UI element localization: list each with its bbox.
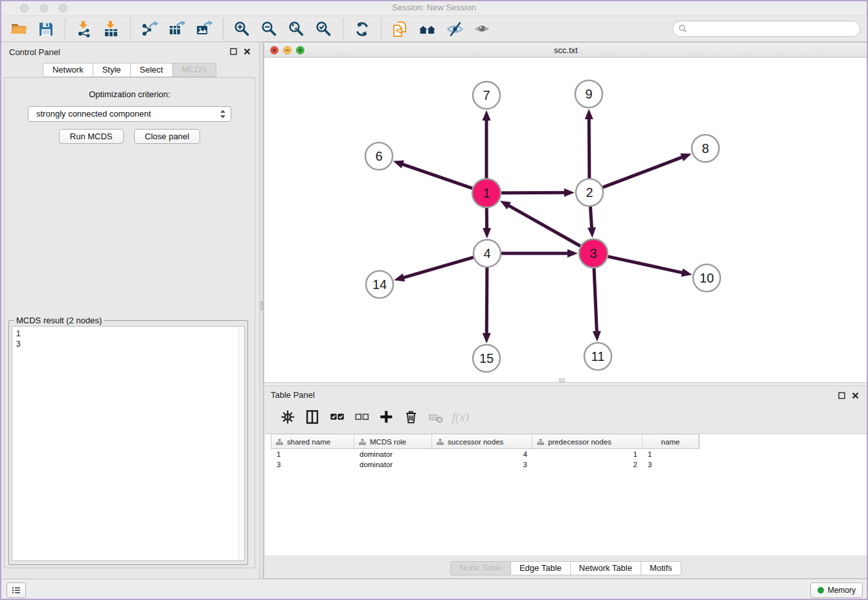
task-history-button[interactable] xyxy=(6,583,26,598)
table-cell[interactable]: 1 xyxy=(271,449,354,459)
canvas-resize-handle[interactable] xyxy=(559,378,565,382)
mcds-result-text[interactable]: 13 xyxy=(12,326,245,561)
table-cell[interactable]: dominator xyxy=(354,459,432,470)
app-titlebar: Session: New Session xyxy=(0,0,868,16)
column-settings-button[interactable] xyxy=(279,408,298,427)
float-panel-icon[interactable] xyxy=(229,47,238,56)
table-cell[interactable]: 1 xyxy=(532,449,643,459)
table-tabs: Node TableEdge TableNetwork TableMotifs xyxy=(264,561,867,575)
hide-selected-button[interactable] xyxy=(445,19,464,39)
export-table-button[interactable] xyxy=(167,19,187,39)
graph-edge-3-10[interactable] xyxy=(608,257,684,273)
result-line: 1 xyxy=(16,329,240,339)
graph-edge-arrow xyxy=(564,189,575,197)
first-neighbors-icon xyxy=(418,20,437,38)
column-header-successor-nodes[interactable]: successor nodes xyxy=(432,435,532,448)
graph-edge-3-1[interactable] xyxy=(507,205,580,246)
graph-edge-arrow xyxy=(588,227,596,238)
table-cell[interactable]: dominator xyxy=(354,449,432,459)
table-cell[interactable]: 1 xyxy=(643,449,699,459)
table-cell[interactable]: 3 xyxy=(432,459,532,470)
refresh-layout-button[interactable] xyxy=(352,19,372,39)
graph-edge-arrow xyxy=(567,249,578,258)
table-row[interactable]: 1dominator411 xyxy=(271,449,699,459)
tab-motifs[interactable]: Motifs xyxy=(641,561,681,575)
graph-edge-2-9[interactable] xyxy=(589,117,589,178)
graph-node-label: 15 xyxy=(479,351,494,365)
tab-select[interactable]: Select xyxy=(131,63,173,77)
close-panel-icon[interactable] xyxy=(243,47,251,56)
close-table-panel-icon[interactable] xyxy=(851,391,860,400)
zoom-selected-icon xyxy=(315,20,333,38)
splitter-handle-icon[interactable] xyxy=(260,301,263,310)
graph-node-label: 6 xyxy=(375,149,382,163)
result-scrollbar[interactable] xyxy=(238,327,244,560)
search-field[interactable] xyxy=(672,21,860,37)
mcds-panel: Optimization criterion: strongly connect… xyxy=(4,77,255,568)
run-mcds-button[interactable]: Run MCDS xyxy=(59,129,124,144)
memory-button[interactable]: Memory xyxy=(810,583,863,598)
open-session-button[interactable] xyxy=(9,19,29,39)
show-all-columns-button[interactable] xyxy=(328,408,347,427)
export-image-button[interactable] xyxy=(194,19,214,39)
first-neighbors-button[interactable] xyxy=(418,19,437,39)
list-icon xyxy=(10,584,22,596)
tab-style[interactable]: Style xyxy=(93,63,131,77)
graph-edge-4-14[interactable] xyxy=(402,257,474,278)
delete-table-button xyxy=(426,408,446,427)
tab-network-table[interactable]: Network Table xyxy=(571,561,641,575)
hide-all-columns-icon xyxy=(354,409,371,426)
column-header-predecessor-nodes[interactable]: predecessor nodes xyxy=(532,435,643,448)
graph-edge-2-3[interactable] xyxy=(590,207,591,230)
tab-mcds[interactable]: MCDS xyxy=(173,63,216,77)
zoom-in-button[interactable] xyxy=(233,19,252,39)
add-column-button[interactable] xyxy=(377,408,396,427)
table-cell[interactable]: 3 xyxy=(271,459,354,470)
table-cell[interactable]: 3 xyxy=(643,459,699,470)
tab-node-table[interactable]: Node Table xyxy=(450,561,511,575)
network-window-titlebar[interactable]: scc.txt xyxy=(264,43,867,58)
table-cell[interactable]: 2 xyxy=(532,459,643,470)
zoom-fit-button[interactable] xyxy=(287,19,306,39)
zoom-selected-button[interactable] xyxy=(314,19,334,39)
graph-edge-2-8[interactable] xyxy=(603,156,685,187)
close-panel-button[interactable]: Close panel xyxy=(134,129,201,144)
import-table-button[interactable] xyxy=(102,19,121,39)
import-network-button[interactable] xyxy=(74,19,94,39)
save-session-button[interactable] xyxy=(36,19,56,39)
export-network-button[interactable] xyxy=(140,19,159,39)
show-all-icon xyxy=(473,20,491,38)
graph-edge-4-15[interactable] xyxy=(486,268,487,336)
graph-edge-arrow xyxy=(593,331,601,341)
column-label: successor nodes xyxy=(448,438,503,446)
panel-splitter[interactable] xyxy=(259,42,264,579)
show-all-button[interactable] xyxy=(472,19,492,39)
new-network-from-selection-button[interactable] xyxy=(391,19,410,39)
optimization-criterion-dropdown[interactable]: strongly connected component xyxy=(28,106,231,122)
table-row[interactable]: 3dominator323 xyxy=(271,459,699,470)
function-builder-button: f(x) xyxy=(451,408,470,427)
column-header-shared-name[interactable]: shared name xyxy=(271,435,354,448)
delete-column-button[interactable] xyxy=(402,408,421,427)
column-header-MCDS-role[interactable]: MCDS role xyxy=(354,435,432,448)
hide-selected-icon xyxy=(446,20,464,38)
control-panel: Control Panel NetworkStyleSelectMCDS Opt… xyxy=(0,42,259,579)
tab-edge-table[interactable]: Edge Table xyxy=(511,561,571,575)
zoom-out-button[interactable] xyxy=(260,19,279,39)
graph-edge-arrow xyxy=(483,333,491,343)
column-header-name[interactable]: name xyxy=(643,435,699,448)
hide-all-columns-button[interactable] xyxy=(352,408,372,427)
split-columns-button[interactable] xyxy=(303,408,323,427)
tab-network[interactable]: Network xyxy=(43,63,93,77)
window-title: Session: New Session xyxy=(0,3,868,12)
table-body: 1dominator4113dominator323 xyxy=(265,449,867,470)
graph-node-label: 11 xyxy=(591,349,605,363)
search-input[interactable] xyxy=(691,25,860,34)
float-table-panel-icon[interactable] xyxy=(838,391,846,400)
graph-edge-1-6[interactable] xyxy=(400,163,472,188)
status-bar: Memory xyxy=(0,579,868,600)
table-cell[interactable]: 4 xyxy=(432,449,532,459)
graph-edge-3-11[interactable] xyxy=(594,268,597,334)
graph-edge-1-2[interactable] xyxy=(501,192,567,193)
network-canvas[interactable]: 7968124314101511 xyxy=(264,58,867,382)
